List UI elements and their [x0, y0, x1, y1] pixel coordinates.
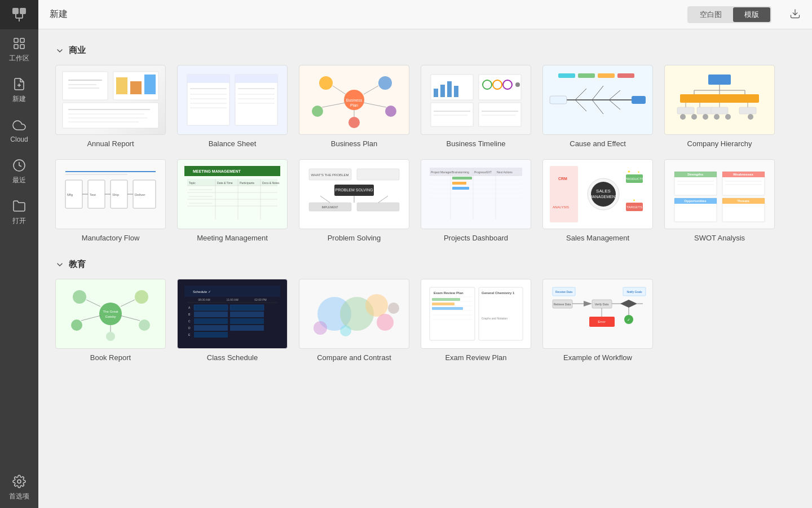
- svg-rect-64: [454, 86, 458, 97]
- svg-text:Gatsby: Gatsby: [105, 315, 116, 318]
- svg-text:Progress/EXT: Progress/EXT: [474, 170, 492, 174]
- svg-point-49: [385, 106, 396, 117]
- svg-text:PRODUCTS: PRODUCTS: [625, 177, 644, 181]
- template-manufactory-flow[interactable]: Mfg Test Ship Deliver Manufactory Flow: [55, 159, 166, 242]
- svg-rect-231: [194, 305, 228, 310]
- education-toggle-icon[interactable]: [55, 260, 64, 269]
- label-class-schedule: Class Schedule: [207, 353, 258, 362]
- svg-rect-251: [479, 287, 523, 340]
- svg-point-206: [99, 303, 122, 325]
- svg-text:08:30 AM: 08:30 AM: [198, 298, 210, 301]
- svg-rect-0: [12, 8, 19, 14]
- template-sales-management[interactable]: CRM ANALYSIS SALES MANAGEMENT PRODUCTS T…: [542, 159, 653, 242]
- education-section-title: 教育: [69, 259, 86, 270]
- template-business-timeline[interactable]: Business Timeline: [421, 65, 531, 148]
- svg-point-47: [378, 76, 392, 90]
- education-section-header: 教育: [55, 259, 795, 270]
- business-template-grid: Annual Report: [55, 65, 795, 242]
- svg-text:✦: ✦: [627, 169, 631, 174]
- svg-text:✓: ✓: [627, 318, 630, 322]
- svg-text:Date & Time: Date & Time: [217, 181, 233, 185]
- svg-text:Retrieve Data: Retrieve Data: [554, 303, 571, 306]
- svg-text:Receive Data: Receive Data: [555, 290, 572, 294]
- svg-rect-15: [63, 72, 108, 100]
- svg-text:Participants: Participants: [240, 181, 255, 185]
- svg-rect-88: [708, 75, 731, 85]
- download-icon[interactable]: [789, 8, 801, 21]
- template-swot-analysis[interactable]: Strengths Weaknesses Opportunities Threa…: [664, 159, 775, 242]
- svg-rect-94: [680, 94, 708, 103]
- svg-text:✦: ✦: [633, 199, 636, 202]
- template-problem-solving[interactable]: WHAT'S THE PROBLEM PROBLEM SOLVING IMPLE…: [299, 159, 409, 242]
- template-class-schedule[interactable]: Schedule ✓ 08:30 AM 11:00 AM 02:00 PM A …: [177, 279, 288, 362]
- svg-text:Mfg: Mfg: [67, 193, 73, 196]
- thumbnail-class-schedule: Schedule ✓ 08:30 AM 11:00 AM 02:00 PM A …: [177, 279, 288, 349]
- sidebar-item-folder[interactable]: 打开: [0, 192, 38, 233]
- svg-rect-99: [677, 107, 694, 114]
- thumbnail-exam-review-plan: Exam Review Plan General Chemistry 1 Gra…: [421, 279, 531, 349]
- label-compare-contrast: Compare and Contrast: [317, 353, 391, 362]
- template-compare-contrast[interactable]: Compare and Contrast: [299, 279, 409, 362]
- svg-text:General Chemistry 1: General Chemistry 1: [482, 291, 515, 295]
- svg-text:SALES: SALES: [596, 189, 611, 194]
- label-annual-report: Annual Report: [87, 139, 134, 148]
- svg-rect-61: [434, 89, 438, 97]
- template-cause-effect[interactable]: Cause and Effect: [542, 65, 653, 148]
- svg-rect-171: [452, 182, 466, 185]
- svg-text:Topic: Topic: [189, 181, 196, 185]
- template-book-report[interactable]: The Great Gatsby Book Report: [55, 279, 166, 362]
- svg-point-46: [319, 76, 333, 90]
- svg-point-105: [680, 114, 686, 120]
- svg-text:Ship: Ship: [112, 193, 120, 196]
- template-company-hierarchy[interactable]: Company Hierarchy: [664, 65, 775, 148]
- svg-text:✦: ✦: [637, 170, 640, 174]
- svg-text:Docs & Notes: Docs & Notes: [262, 181, 280, 185]
- svg-rect-96: [731, 94, 759, 103]
- sidebar-item-recent[interactable]: 最近: [0, 151, 38, 192]
- svg-point-245: [314, 321, 327, 335]
- template-example-workflow[interactable]: Retrieve Data Verify Data ✓: [542, 279, 653, 362]
- sidebar-item-new[interactable]: 新建: [0, 70, 38, 111]
- svg-text:Next Actions: Next Actions: [497, 170, 513, 174]
- svg-text:Business: Business: [346, 98, 363, 102]
- svg-point-13: [17, 480, 21, 483]
- svg-rect-7: [20, 38, 24, 42]
- svg-rect-172: [452, 187, 469, 190]
- sidebar-item-settings[interactable]: 首选项: [0, 467, 38, 508]
- svg-rect-1: [20, 8, 26, 14]
- svg-text:Deliver: Deliver: [135, 193, 145, 196]
- svg-text:TARGETS: TARGETS: [626, 205, 642, 209]
- svg-rect-6: [14, 38, 18, 42]
- svg-rect-22: [144, 75, 156, 94]
- svg-rect-83: [558, 73, 575, 78]
- svg-text:WHAT'S THE PROBLEM: WHAT'S THE PROBLEM: [311, 173, 349, 177]
- label-meeting-management: Meeting Management: [197, 234, 268, 242]
- template-balance-sheet[interactable]: Balance Sheet: [177, 65, 288, 148]
- svg-rect-60: [479, 103, 521, 126]
- education-template-grid: The Great Gatsby Book Report: [55, 279, 795, 362]
- thumbnail-manufactory-flow: Mfg Test Ship Deliver: [55, 159, 166, 229]
- svg-rect-62: [440, 85, 445, 97]
- app-logo[interactable]: [0, 0, 38, 29]
- template-meeting-management[interactable]: MEETING MANAGEMENT Topic Date & Time Par…: [177, 159, 288, 242]
- svg-text:Opportunities: Opportunities: [684, 199, 707, 203]
- thumbnail-company-hierarchy: [664, 65, 775, 135]
- svg-text:MANAGEMENT: MANAGEMENT: [589, 195, 618, 199]
- template-projects-dashboard[interactable]: Project Manager Brainstorming Progress/E…: [421, 159, 531, 242]
- svg-rect-31: [187, 75, 230, 83]
- template-toggle[interactable]: 模版: [733, 7, 770, 22]
- label-business-plan: Business Plan: [331, 139, 377, 148]
- thumbnail-meeting-management: MEETING MANAGEMENT Topic Date & Time Par…: [177, 159, 288, 229]
- template-business-plan[interactable]: Business Plan Bus: [299, 65, 409, 148]
- label-sales-management: Sales Management: [566, 234, 629, 242]
- template-annual-report[interactable]: Annual Report: [55, 65, 166, 148]
- template-exam-review-plan[interactable]: Exam Review Plan General Chemistry 1 Gra…: [421, 279, 531, 362]
- blank-toggle[interactable]: 空白图: [689, 7, 733, 22]
- business-toggle-icon[interactable]: [55, 46, 64, 55]
- sidebar-item-cloud[interactable]: Cloud: [0, 111, 38, 151]
- svg-point-109: [725, 114, 731, 120]
- svg-rect-21: [130, 81, 142, 94]
- sidebar-item-workspace[interactable]: 工作区: [0, 29, 38, 70]
- thumbnail-sales-management: CRM ANALYSIS SALES MANAGEMENT PRODUCTS T…: [542, 159, 653, 229]
- thumbnail-business-plan: Business Plan: [299, 65, 409, 135]
